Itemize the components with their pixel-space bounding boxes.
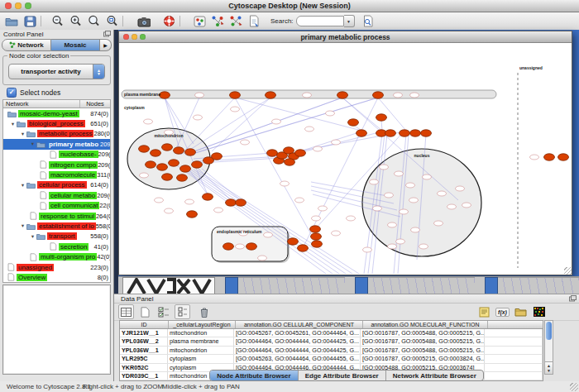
column-header[interactable]: _cellularLayoutRegion (169, 321, 236, 328)
tree-row[interactable]: nucleobase-209(0) (3, 150, 110, 160)
column-header[interactable]: ID (120, 321, 169, 328)
notes-icon[interactable] (477, 305, 491, 318)
apply-layout-icon[interactable] (211, 15, 224, 28)
tab-scroll-right-button[interactable]: ▶ (100, 39, 112, 51)
tree-row[interactable]: ▼primary metabo209(... (3, 139, 110, 149)
selected-gene-node (288, 238, 299, 245)
column-header[interactable]: annotation.GO MOLECULAR_FUNCTION (363, 321, 488, 328)
help-icon[interactable] (162, 15, 175, 28)
close-icon[interactable] (5, 2, 12, 9)
node-color-dropdown[interactable]: transporter activity ▲▼ (8, 64, 105, 79)
table-row[interactable]: YLR295Ccytoplasm[GO:0045263, GO:0044464,… (120, 355, 543, 363)
expander-icon[interactable]: ▼ (19, 223, 26, 228)
delete-attribute-icon[interactable] (197, 305, 211, 318)
resize-grip-icon[interactable] (564, 267, 572, 275)
select-nodes-checkbox[interactable]: ✓ (7, 88, 17, 98)
tab-node-attribute-browser[interactable]: Node Attribute Browser (210, 370, 299, 380)
network-view-window[interactable]: primary metabolic process plasma membran… (118, 31, 572, 275)
zoom-selected-icon[interactable] (105, 15, 118, 28)
scrollbar-thumb[interactable] (546, 322, 552, 340)
zoom-fit-icon[interactable] (87, 15, 100, 28)
tree-header-network[interactable]: Network (3, 100, 80, 108)
tab-mosaic[interactable]: Mosaic (51, 39, 100, 51)
snapshot-icon[interactable] (137, 15, 151, 28)
tree-row[interactable]: ▼biological_process651(0) (3, 118, 110, 128)
tree-row[interactable]: ▼establishment of lo558(0) (3, 221, 110, 231)
tree-row[interactable]: unassigned223(0) (3, 262, 110, 272)
table-row[interactable]: YPL036W__1mitochondrion[GO:0044464, GO:0… (120, 347, 543, 355)
gene-node (305, 127, 314, 131)
file-icon (40, 191, 47, 199)
tree-row[interactable]: multi-organism pro42(0) (3, 251, 110, 261)
new-attribute-icon[interactable] (138, 305, 152, 318)
unselect-attributes-icon[interactable] (175, 304, 190, 319)
annotations-icon[interactable] (247, 15, 261, 28)
zoom-out-icon[interactable] (50, 15, 64, 28)
tree-row[interactable]: ▼cellular process614(0) (3, 180, 110, 190)
tab-edge-attribute-browser[interactable]: Edge Attribute Browser (299, 370, 386, 380)
tab-network-attribute-browser[interactable]: Network Attribute Browser (386, 370, 483, 380)
table-row[interactable]: YJR121W__1mitochondrion[GO:0045267, GO:0… (120, 329, 543, 337)
selected-gene-node (236, 199, 246, 206)
tree-row[interactable]: Overview8(0) (3, 272, 110, 282)
tree-label: establishment of lo (37, 222, 96, 230)
background-window-fragment[interactable] (225, 277, 345, 294)
tree-row[interactable]: secretion41(0) (3, 241, 110, 251)
import-attributes-icon[interactable] (514, 305, 528, 318)
selected-gene-node (212, 153, 223, 160)
expander-icon[interactable]: ▼ (19, 183, 26, 188)
float-panel-icon[interactable] (569, 295, 577, 304)
maximize-icon[interactable] (140, 34, 146, 40)
gene-node (394, 93, 403, 98)
network-window-titlebar[interactable]: primary metabolic process (119, 31, 572, 43)
maximize-icon[interactable] (25, 2, 31, 9)
window-titlebar[interactable]: Cytoscape Desktop (New Session) (0, 0, 579, 12)
background-window-fragment[interactable] (485, 277, 579, 294)
tree-row[interactable]: mosaic-demo-yeast874(0) (3, 108, 110, 118)
table-scrollbar[interactable]: ▲▼ (544, 320, 553, 375)
tree-row[interactable]: nitrogen compo209(0) (3, 160, 110, 170)
tree-row[interactable]: response to stimul264(0) (3, 211, 110, 221)
apply-style-icon[interactable] (229, 15, 242, 28)
selected-gene-node (348, 119, 359, 126)
attribute-grid-icon[interactable] (118, 304, 134, 319)
tree-node-count: 22(0) (99, 202, 111, 209)
window-preview (238, 277, 345, 294)
gene-node (409, 198, 419, 203)
open-file-icon[interactable] (5, 15, 18, 28)
network-canvas[interactable]: plasma membranecytoplasmmitochondrionnuc… (119, 43, 572, 275)
column-header[interactable]: annotation.GO CELLULAR_COMPONENT (236, 321, 363, 328)
zoom-in-icon[interactable] (69, 15, 82, 28)
background-window-fragment[interactable] (355, 277, 475, 294)
minimize-icon[interactable] (132, 34, 137, 40)
birdseye-view-panel[interactable] (2, 284, 111, 375)
search-dropdown-button[interactable]: ▼ (344, 15, 355, 27)
resize-grip-icon[interactable] (570, 383, 578, 391)
expander-icon[interactable]: ▼ (19, 131, 26, 136)
gene-node (385, 193, 394, 198)
expander-icon[interactable]: ▼ (29, 141, 36, 146)
heatmap-icon[interactable] (532, 305, 546, 318)
tree-row[interactable]: ▼metabolic process280(0) (3, 129, 110, 139)
expander-icon[interactable]: ▼ (9, 122, 17, 127)
tree-header-nodes[interactable]: Nodes (80, 100, 110, 108)
minimize-icon[interactable] (15, 2, 22, 9)
vizmapper-icon[interactable] (193, 15, 206, 28)
save-icon[interactable] (23, 15, 36, 28)
select-attributes-icon[interactable] (156, 305, 170, 318)
file-icon (30, 212, 37, 220)
expander-icon[interactable]: ▼ (29, 234, 36, 239)
formula-builder-icon[interactable]: f(x) (495, 305, 510, 318)
tree-row[interactable]: ▼transport558(0) (3, 232, 110, 241)
tree-row[interactable]: cell communicat22(0) (3, 201, 110, 211)
float-panel-icon[interactable] (103, 31, 111, 39)
search-input[interactable] (296, 16, 344, 26)
table-row[interactable]: YPL036W__2plasma membrane[GO:0044464, GO… (120, 337, 543, 346)
close-icon[interactable] (123, 34, 129, 40)
selected-gene-node (157, 164, 168, 170)
advanced-search-icon[interactable] (361, 15, 375, 28)
tab-network[interactable]: Network (2, 39, 51, 51)
overview-window-fragment[interactable] (122, 277, 215, 294)
tree-row[interactable]: cellular metabo209(0) (3, 190, 110, 200)
tree-row[interactable]: macromolecule311(0) (3, 170, 110, 179)
